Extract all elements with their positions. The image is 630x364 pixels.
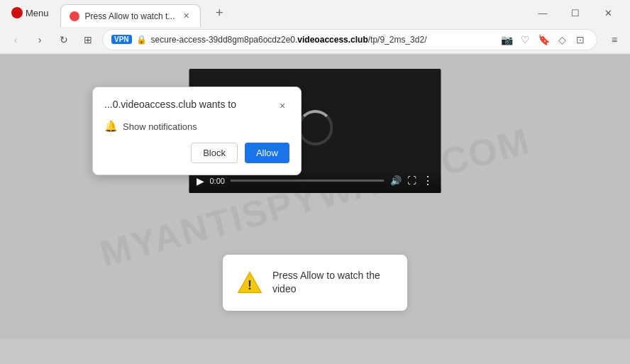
warning-triangle-icon: ! — [237, 270, 262, 295]
popup-close-button[interactable]: × — [275, 99, 289, 113]
bookmark-icon[interactable]: 🔖 — [536, 32, 551, 48]
extensions-button[interactable]: ⊞ — [78, 30, 98, 50]
tab-close-button[interactable]: ✕ — [180, 11, 192, 22]
loading-spinner — [297, 110, 333, 145]
back-button[interactable]: ‹ — [6, 30, 26, 50]
url-prefix: secure-access-39dd8gm8pa6ocdz2e0. — [151, 35, 298, 45]
permission-row: 🔔 Show notifications — [104, 120, 289, 133]
window-controls: — ☐ ✕ — [526, 0, 624, 26]
forward-button[interactable]: › — [30, 30, 50, 50]
page-content: MYANTISPYWARE.COM ▶ 0:00 🔊 ⛶ ⋮ ...0.vide… — [0, 55, 630, 339]
browser-chrome: Menu Press Allow to watch t... ✕ + — ☐ ✕… — [0, 0, 630, 55]
svg-text:!: ! — [248, 278, 252, 292]
popup-buttons: Block Allow — [104, 143, 289, 163]
address-bar-actions: 📷 ♡ 🔖 ◇ ⊡ — [499, 32, 588, 48]
menu-button[interactable]: Menu — [6, 4, 55, 21]
press-allow-message: ! Press Allow to watch the video — [223, 255, 407, 311]
tab-favicon-icon — [70, 11, 79, 21]
url-path: /tp/9_2ms_3d2/ — [368, 35, 427, 45]
url-domain: videoaccess.club — [297, 35, 368, 45]
new-tab-button[interactable]: + — [209, 3, 229, 23]
lock-icon: 🔒 — [136, 35, 147, 45]
press-allow-text: Press Allow to watch the video — [272, 269, 393, 297]
close-button[interactable]: ✕ — [592, 0, 624, 26]
block-button[interactable]: Block — [191, 143, 238, 163]
more-icon[interactable]: ⊡ — [573, 32, 588, 48]
opera-logo-icon — [11, 7, 23, 18]
minimize-button[interactable]: — — [526, 0, 559, 26]
camera-icon[interactable]: 📷 — [499, 32, 514, 48]
bell-icon: 🔔 — [104, 120, 117, 133]
allow-button[interactable]: Allow — [245, 143, 289, 163]
play-button[interactable]: ▶ — [197, 175, 204, 187]
notification-permission-popup: ...0.videoaccess.club wants to × 🔔 Show … — [92, 87, 302, 175]
more-options-button[interactable]: ⋮ — [422, 174, 434, 187]
progress-bar[interactable] — [231, 180, 385, 182]
url-display: secure-access-39dd8gm8pa6ocdz2e0.videoac… — [151, 35, 494, 45]
tab-title: Press Allow to watch t... — [85, 11, 175, 21]
wallet-icon[interactable]: ◇ — [554, 32, 570, 48]
active-tab[interactable]: Press Allow to watch t... ✕ — [60, 4, 201, 27]
toolbar-menu-button[interactable]: ≡ — [604, 30, 624, 50]
reload-button[interactable]: ↻ — [54, 30, 74, 50]
heart-icon[interactable]: ♡ — [517, 32, 533, 48]
nav-bar: ‹ › ↻ ⊞ VPN 🔒 secure-access-39dd8gm8pa6o… — [0, 26, 630, 54]
toolbar-actions: ≡ — [604, 30, 624, 50]
permission-label: Show notifications — [123, 121, 197, 132]
menu-label: Menu — [26, 8, 49, 18]
video-time: 0:00 — [210, 177, 225, 185]
popup-header: ...0.videoaccess.club wants to × — [104, 99, 289, 113]
popup-title: ...0.videoaccess.club wants to — [104, 99, 236, 110]
fullscreen-button[interactable]: ⛶ — [407, 175, 416, 186]
address-bar[interactable]: VPN 🔒 secure-access-39dd8gm8pa6ocdz2e0.v… — [102, 29, 597, 50]
volume-button[interactable]: 🔊 — [390, 175, 402, 186]
maximize-button[interactable]: ☐ — [559, 0, 592, 26]
title-bar: Menu Press Allow to watch t... ✕ + — ☐ ✕ — [0, 0, 630, 26]
vpn-badge: VPN — [111, 35, 132, 44]
